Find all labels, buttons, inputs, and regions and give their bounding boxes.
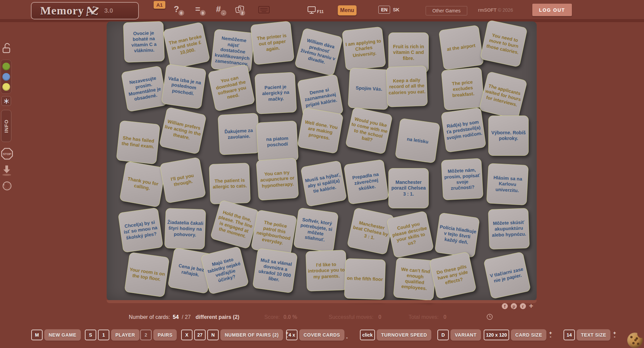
pairs-value[interactable]: 2 <box>140 330 152 340</box>
cover-cards-value[interactable]: 4 x <box>286 330 298 340</box>
card-text: The price excludes breakfast. <box>444 79 482 99</box>
lang-en-button[interactable]: EN <box>378 6 390 14</box>
memory-card[interactable]: Pacient je alergický na mačky. <box>255 72 297 114</box>
memory-card[interactable]: Chcel(a) by si ísť so mnou na školský pl… <box>118 207 163 253</box>
reddit-icon[interactable]: r <box>520 303 526 309</box>
pairs-hotkey-x[interactable]: X <box>181 330 193 340</box>
variant-button[interactable]: VARIANT <box>450 329 481 341</box>
memory-card[interactable]: Well done. You are making progress. <box>297 107 343 154</box>
memory-card[interactable]: Ďakujeme za zavolanie. <box>218 113 260 155</box>
memory-card[interactable]: William prefers live acting in the theat… <box>159 107 207 154</box>
memory-card[interactable]: You can try acupuncture or hypnotherapy. <box>256 158 299 201</box>
lang-sk-button[interactable]: SK <box>393 7 399 12</box>
pairs-button[interactable]: PAIRS <box>153 329 177 341</box>
yellow-theme-dot[interactable] <box>2 83 10 91</box>
cookie-consent-icon[interactable] <box>627 333 643 348</box>
card-size-value[interactable]: 120 x 120 <box>484 330 509 340</box>
number-of-pairs-value[interactable]: 27 <box>194 330 206 340</box>
memory-card[interactable]: Your room is on the top floor. <box>124 252 170 297</box>
memory-card[interactable]: Polícia hliadkuje v tejto štvrti každý d… <box>434 212 480 258</box>
memory-card[interactable]: I'll put you through. <box>159 157 206 203</box>
pinterest-icon[interactable]: p <box>511 303 517 309</box>
memory-card[interactable]: Výborne. Robíš pokroky. <box>488 116 529 156</box>
keyboard-toggle[interactable] <box>258 6 270 13</box>
memory-card[interactable]: on the fifth floor <box>344 258 386 300</box>
equals-counter-button[interactable]: = 0 <box>195 5 200 13</box>
asterisk-button[interactable] <box>1 96 11 106</box>
memory-card[interactable]: Žiadatelia čakali štyri hodiny na pohovo… <box>164 208 206 250</box>
blue-theme-dot[interactable] <box>2 73 10 81</box>
hint-counter-button[interactable]: ? 0 <box>174 5 179 13</box>
memory-card[interactable]: The patient is allergic to cats. <box>209 163 251 204</box>
memory-card[interactable]: The price excludes breakfast. <box>441 67 485 111</box>
download-button[interactable] <box>2 165 11 176</box>
text-size-value[interactable]: 14 <box>564 330 575 340</box>
memory-card[interactable]: Keep a daily record of all the calories … <box>386 66 428 107</box>
memory-card[interactable]: I'd like to introduce you to my parents. <box>306 250 347 291</box>
memory-card[interactable]: Nezavesujte prosím. Momentálne je obsade… <box>121 65 167 112</box>
memory-card[interactable]: na letisku <box>395 118 440 163</box>
memory-card[interactable]: The man broke in and stole £ 10,000. <box>163 22 210 69</box>
fullscreen-toggle[interactable]: F11 <box>307 6 324 14</box>
turnover-speed-value[interactable]: click <box>360 330 375 340</box>
text-size-button[interactable]: TEXT SIZE <box>577 329 610 341</box>
text-size-decrement[interactable]: - <box>614 335 615 339</box>
player-count-value[interactable]: 1 <box>98 330 109 340</box>
memory-card[interactable]: Prepadla na záverečnej skúške. <box>343 159 389 205</box>
memory-card[interactable]: na piatom poschodí <box>256 121 299 163</box>
facebook-icon[interactable]: f <box>502 303 508 309</box>
cards-counter-button[interactable]: 2 <box>235 5 245 14</box>
memory-card[interactable]: Ovocie je bohaté na vitamín C a vlákninu… <box>123 21 165 63</box>
memory-card[interactable]: Nemôžeme nájsť dostatočne kvalifikovanýc… <box>211 29 255 73</box>
memory-card[interactable]: You need to move to burn those calories. <box>480 20 528 67</box>
memory-card[interactable]: Would you like to come with me to the sc… <box>345 107 393 154</box>
memory-card[interactable]: The applicants waited for hours for inte… <box>479 71 527 120</box>
cover-cards-button[interactable]: COVER CARDS <box>299 329 344 341</box>
memory-card[interactable]: Thank you for calling. <box>119 161 166 207</box>
info-button[interactable]: INFO <box>1 110 11 142</box>
memory-card[interactable]: Could you please describe your skills to… <box>386 211 434 258</box>
logout-button[interactable]: LOG OUT <box>532 4 572 16</box>
hash-counter-button[interactable]: # - <box>216 5 221 13</box>
other-games-button[interactable]: Other Games <box>426 6 467 15</box>
memory-card[interactable]: You can download the software you need. <box>208 64 255 112</box>
player-hotkey[interactable]: S <box>85 330 96 340</box>
card-size-decrement[interactable]: - <box>550 335 551 339</box>
green-theme-dot[interactable] <box>2 63 10 70</box>
memory-card[interactable]: V tlačiarni zase nie je papier. <box>483 252 531 299</box>
memory-card[interactable]: Môžete skúsiť akupunktúru alebo hypnózu. <box>488 208 530 250</box>
memory-card[interactable]: William dáva prednosť živému hraniu v di… <box>294 27 343 76</box>
restart-button[interactable] <box>2 181 12 191</box>
memory-card[interactable]: Do these pills have any side effects? <box>429 252 477 299</box>
stop-button[interactable]: STOP <box>1 148 13 160</box>
level-badge[interactable]: A1 <box>154 1 165 9</box>
memory-card[interactable]: Manchester beat Chelsea by 3 : 1. <box>347 207 394 255</box>
memory-card[interactable]: Muž sa vlámal dovnútra a ukradol 10 000 … <box>252 248 298 293</box>
variant-hotkey[interactable]: D <box>437 330 449 340</box>
lock-button[interactable] <box>2 43 11 54</box>
memory-card[interactable]: Manchester porazil Chelsea 3 : 1. <box>388 168 429 208</box>
memory-card[interactable]: Musíš sa hýbať, aby si spálil(a) tie kal… <box>300 160 347 207</box>
share-plus-icon[interactable]: + <box>529 303 533 309</box>
memory-card[interactable]: Hlásim sa na Karlovu univerzitu. <box>486 163 529 205</box>
memory-card[interactable]: Spojím Vás. <box>348 68 390 110</box>
cover-cards-decrement[interactable]: - <box>346 335 348 340</box>
number-of-pairs-button[interactable]: NUMBER OF PAIRS (2) <box>220 329 283 341</box>
memory-card[interactable]: Vaša izba je na poslednom poschodí. <box>161 64 207 109</box>
turnover-speed-button[interactable]: TURNOVER SPEED <box>377 329 431 341</box>
memory-card[interactable]: Rád(a) by som ťa predstavil(a) svojím ro… <box>441 107 486 153</box>
player-button[interactable]: PLAYER <box>111 329 140 341</box>
memory-card[interactable]: Môžete nám, prosím, popísať svoje zručno… <box>441 158 483 200</box>
new-game-hotkey[interactable]: M <box>31 330 43 340</box>
memory-card[interactable]: The printer is out of paper again. <box>250 21 294 65</box>
card-size-button[interactable]: CARD SIZE <box>511 329 546 341</box>
memory-card[interactable]: I am applying to Charles University. <box>342 26 386 71</box>
memory-card[interactable]: Softvér, ktorý potrebujete, si môžete st… <box>293 207 339 253</box>
new-game-button[interactable]: NEW GAME <box>44 329 81 341</box>
memory-card[interactable]: at the airport <box>438 25 484 70</box>
menu-button[interactable]: Menu <box>338 5 357 15</box>
pairs-hotkey-n[interactable]: N <box>207 330 219 340</box>
color-theme-switcher[interactable] <box>1 60 11 94</box>
memory-card[interactable]: She has failed the final exam. <box>116 120 160 164</box>
memory-card[interactable]: The police patrol this neighbourhood eve… <box>251 209 297 256</box>
